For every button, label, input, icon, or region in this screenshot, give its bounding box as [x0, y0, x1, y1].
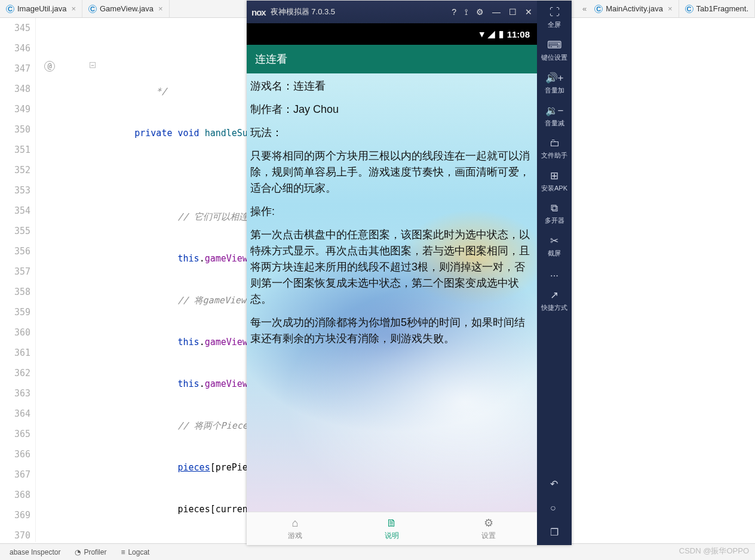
- watermark: CSDN @振华OPPO: [679, 546, 749, 556]
- tab-mainactivity[interactable]: « C MainActivity.java ×: [576, 0, 679, 17]
- tab-tab1fragment[interactable]: C Tab1Fragment.: [679, 0, 755, 17]
- volume-down-icon: 🔉−: [545, 104, 564, 117]
- side-volume-up[interactable]: 🔊+音量加: [537, 70, 572, 96]
- author: 制作者：Jay Chou: [250, 101, 533, 118]
- nox-logo: nox: [251, 7, 266, 17]
- tab-label: MainActivity.java: [606, 4, 663, 13]
- apk-icon: ⊞: [550, 170, 558, 182]
- multi-icon: ⧉: [551, 202, 558, 214]
- wifi-icon: ▾: [480, 29, 484, 39]
- bottom-toolbar: abase Inspector ◔ Profiler ≡ Logcat: [0, 543, 755, 560]
- operation-body: 第一次点击棋盘中的任意图案，该图案此时为选中状态，以特殊方式显示。再次点击其他图…: [250, 227, 533, 307]
- emulator-toolbar: ⛶全屏 ⌨键位设置 🔊+音量加 🔉−音量减 🗀文件助手 ⊞安装APK ⧉多开器 …: [537, 1, 572, 545]
- more-icon: ...: [550, 267, 558, 279]
- app-title: 连连看: [255, 52, 287, 66]
- signal-icon: ◢: [488, 29, 495, 39]
- emulator-title: 夜神模拟器 7.0.3.5: [271, 7, 335, 17]
- app-bar: 连连看: [247, 45, 537, 73]
- howto-body: 只要将相同的两个方块用三根以内的线段连在一起就可以消除，规则简单容易上手。游戏速…: [250, 148, 533, 196]
- android-status-bar: ▾ ◢ ▮ 11:08: [247, 23, 537, 45]
- tool-label: abase Inspector: [10, 548, 60, 556]
- android-nav-buttons: ↶ ○ ❐: [550, 478, 558, 545]
- timer-rule: 每一次成功的消除都将为你增加5秒钟的时间，如果时间结束还有剩余的方块没有消除，则…: [250, 315, 533, 347]
- tab-gameview[interactable]: C GameView.java ×: [82, 0, 170, 17]
- game-name: 游戏名：连连看: [250, 78, 533, 94]
- clipboard-icon: 🗎: [386, 517, 397, 530]
- tool-logcat[interactable]: ≡ Logcat: [113, 548, 156, 556]
- close-icon[interactable]: ✕: [525, 7, 532, 17]
- side-multi[interactable]: ⧉多开器: [537, 201, 572, 226]
- class-icon: C: [594, 5, 603, 13]
- tool-database-inspector[interactable]: abase Inspector: [2, 548, 67, 556]
- line-gutter: 345346 347348 349350 351352 353354 35535…: [0, 18, 36, 542]
- emulator-window: nox 夜神模拟器 7.0.3.5 ? ⟟ ⚙ — ☐ ✕ ▾ ◢ ▮ 11:0…: [247, 1, 572, 545]
- nav-info[interactable]: 🗎 说明: [343, 512, 440, 545]
- side-screenshot[interactable]: ✂截屏: [537, 233, 572, 259]
- gutter-annotations: @ −: [36, 18, 63, 542]
- nav-settings[interactable]: ⚙ 设置: [440, 512, 537, 545]
- side-more[interactable]: ...: [537, 266, 572, 281]
- tool-label: Profiler: [84, 548, 106, 556]
- tab-imageutil[interactable]: C ImageUtil.java ×: [0, 0, 82, 17]
- side-fullscreen[interactable]: ⛶全屏: [537, 5, 572, 30]
- help-icon[interactable]: ?: [452, 7, 456, 17]
- gear-icon[interactable]: ⚙: [476, 7, 484, 17]
- class-icon: C: [6, 5, 14, 13]
- nav-label: 设置: [481, 531, 496, 541]
- back-icon[interactable]: ↶: [550, 478, 558, 490]
- class-icon: C: [685, 5, 693, 13]
- operation-heading: 操作:: [250, 204, 533, 220]
- home-icon: ⌂: [292, 517, 299, 530]
- nav-game[interactable]: ⌂ 游戏: [247, 512, 343, 545]
- maximize-icon[interactable]: ☐: [509, 7, 517, 17]
- battery-icon: ▮: [499, 29, 504, 39]
- side-keymap[interactable]: ⌨键位设置: [537, 38, 572, 63]
- side-volume-down[interactable]: 🔉−音量减: [537, 103, 572, 129]
- howto-heading: 玩法：: [250, 125, 533, 141]
- close-icon[interactable]: ×: [158, 4, 163, 13]
- tool-label: Logcat: [128, 548, 149, 556]
- pin-icon[interactable]: ⟟: [465, 7, 468, 17]
- bottom-nav: ⌂ 游戏 🗎 说明 ⚙ 设置: [247, 512, 537, 545]
- recents-icon[interactable]: ❐: [550, 527, 558, 538]
- side-shortcut[interactable]: ↗快捷方式: [537, 288, 572, 313]
- app-content[interactable]: 游戏名：连连看 制作者：Jay Chou 玩法： 只要将相同的两个方块用三根以内…: [247, 73, 537, 512]
- class-icon: C: [88, 5, 97, 13]
- status-time: 11:08: [507, 29, 530, 39]
- gear-icon: ⚙: [484, 516, 493, 530]
- emulator-titlebar[interactable]: nox 夜神模拟器 7.0.3.5 ? ⟟ ⚙ — ☐ ✕: [247, 1, 537, 23]
- minimize-icon[interactable]: —: [492, 7, 501, 17]
- tool-profiler[interactable]: ◔ Profiler: [67, 548, 113, 556]
- folder-icon: 🗀: [550, 137, 560, 149]
- scissors-icon: ✂: [550, 235, 558, 247]
- close-icon[interactable]: ×: [71, 4, 76, 13]
- fullscreen-icon: ⛶: [550, 7, 560, 19]
- tab-label: Tab1Fragment.: [696, 4, 748, 13]
- keyboard-icon: ⌨: [547, 39, 562, 51]
- tab-label: GameView.java: [100, 4, 154, 13]
- tab-label: ImageUtil.java: [17, 4, 66, 13]
- home-icon[interactable]: ○: [550, 503, 558, 513]
- nav-label: 游戏: [288, 531, 302, 541]
- shortcut-icon: ↗: [550, 289, 558, 301]
- close-icon[interactable]: ×: [668, 4, 673, 13]
- side-file-helper[interactable]: 🗀文件助手: [537, 136, 572, 161]
- profiler-icon: ◔: [75, 548, 81, 556]
- override-icon[interactable]: @: [44, 61, 55, 72]
- chevron-left-icon[interactable]: «: [582, 4, 587, 13]
- nav-label: 说明: [385, 531, 399, 541]
- logcat-icon: ≡: [121, 548, 125, 556]
- side-install-apk[interactable]: ⊞安装APK: [537, 168, 572, 194]
- volume-up-icon: 🔊+: [545, 72, 564, 84]
